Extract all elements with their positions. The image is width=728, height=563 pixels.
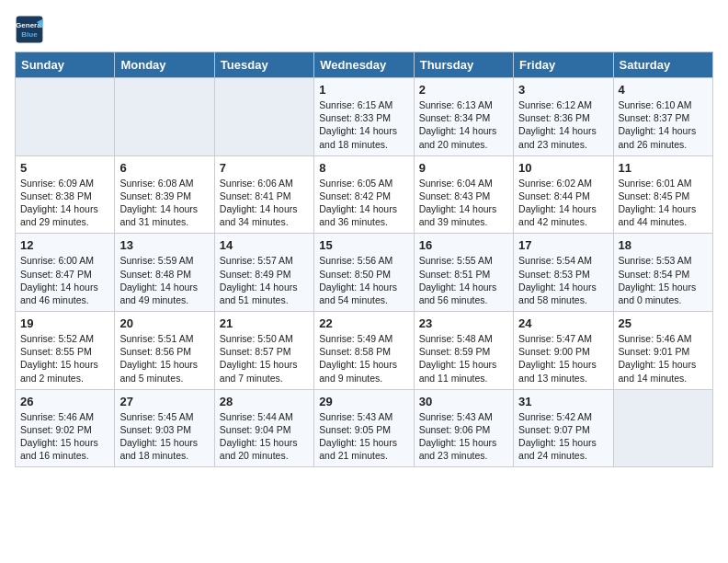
day-number: 10 bbox=[518, 161, 608, 175]
day-number: 2 bbox=[419, 83, 508, 97]
weekday-header: Tuesday bbox=[214, 52, 313, 78]
day-number: 21 bbox=[220, 316, 309, 330]
day-info: Sunrise: 5:46 AM Sunset: 9:01 PM Dayligh… bbox=[619, 332, 708, 385]
day-info: Sunrise: 6:00 AM Sunset: 8:47 PM Dayligh… bbox=[20, 254, 109, 306]
weekday-header: Friday bbox=[514, 52, 613, 78]
calendar-cell: 31Sunrise: 5:42 AM Sunset: 9:07 PM Dayli… bbox=[514, 389, 613, 467]
day-info: Sunrise: 6:12 AM Sunset: 8:36 PM Dayligh… bbox=[518, 98, 608, 151]
day-info: Sunrise: 6:15 AM Sunset: 8:33 PM Dayligh… bbox=[319, 98, 408, 151]
day-info: Sunrise: 6:08 AM Sunset: 8:39 PM Dayligh… bbox=[119, 177, 209, 229]
day-info: Sunrise: 5:49 AM Sunset: 8:58 PM Dayligh… bbox=[319, 332, 408, 385]
day-info: Sunrise: 6:04 AM Sunset: 8:43 PM Dayligh… bbox=[419, 177, 508, 229]
svg-text:Blue: Blue bbox=[21, 30, 38, 39]
calendar-header: SundayMondayTuesdayWednesdayThursdayFrid… bbox=[16, 52, 713, 78]
calendar-cell: 11Sunrise: 6:01 AM Sunset: 8:45 PM Dayli… bbox=[613, 155, 712, 234]
day-info: Sunrise: 5:59 AM Sunset: 8:48 PM Dayligh… bbox=[119, 254, 209, 306]
calendar-cell: 19Sunrise: 5:52 AM Sunset: 8:55 PM Dayli… bbox=[16, 312, 115, 390]
calendar-cell bbox=[613, 389, 712, 467]
weekday-header: Sunday bbox=[16, 52, 115, 78]
calendar-cell: 29Sunrise: 5:43 AM Sunset: 9:05 PM Dayli… bbox=[314, 389, 414, 467]
calendar-cell: 30Sunrise: 5:43 AM Sunset: 9:06 PM Dayli… bbox=[414, 389, 513, 467]
day-number: 24 bbox=[518, 316, 608, 330]
calendar-cell: 27Sunrise: 5:45 AM Sunset: 9:03 PM Dayli… bbox=[115, 389, 214, 467]
day-number: 8 bbox=[319, 161, 408, 175]
calendar-cell: 18Sunrise: 5:53 AM Sunset: 8:54 PM Dayli… bbox=[613, 234, 712, 312]
day-number: 28 bbox=[220, 395, 309, 408]
calendar-cell: 21Sunrise: 5:50 AM Sunset: 8:57 PM Dayli… bbox=[214, 312, 313, 390]
day-info: Sunrise: 5:43 AM Sunset: 9:05 PM Dayligh… bbox=[319, 410, 408, 463]
day-number: 16 bbox=[419, 238, 508, 252]
day-number: 29 bbox=[319, 395, 408, 408]
calendar-cell: 4Sunrise: 6:10 AM Sunset: 8:37 PM Daylig… bbox=[613, 78, 712, 156]
day-info: Sunrise: 6:09 AM Sunset: 8:38 PM Dayligh… bbox=[20, 177, 109, 229]
calendar-cell: 22Sunrise: 5:49 AM Sunset: 8:58 PM Dayli… bbox=[314, 312, 414, 390]
day-number: 9 bbox=[419, 161, 508, 175]
day-info: Sunrise: 5:53 AM Sunset: 8:54 PM Dayligh… bbox=[619, 254, 708, 306]
calendar-cell: 24Sunrise: 5:47 AM Sunset: 9:00 PM Dayli… bbox=[514, 312, 613, 390]
calendar-cell bbox=[16, 78, 115, 156]
day-number: 4 bbox=[619, 83, 708, 97]
day-number: 7 bbox=[220, 161, 309, 175]
day-info: Sunrise: 6:02 AM Sunset: 8:44 PM Dayligh… bbox=[518, 177, 608, 229]
calendar-cell: 26Sunrise: 5:46 AM Sunset: 9:02 PM Dayli… bbox=[16, 389, 115, 467]
weekday-header: Monday bbox=[115, 52, 214, 78]
calendar-cell: 14Sunrise: 5:57 AM Sunset: 8:49 PM Dayli… bbox=[214, 234, 313, 312]
day-number: 20 bbox=[119, 316, 209, 330]
calendar-cell: 15Sunrise: 5:56 AM Sunset: 8:50 PM Dayli… bbox=[314, 234, 414, 312]
day-info: Sunrise: 5:50 AM Sunset: 8:57 PM Dayligh… bbox=[220, 332, 309, 385]
calendar-cell bbox=[214, 78, 313, 156]
calendar-cell: 25Sunrise: 5:46 AM Sunset: 9:01 PM Dayli… bbox=[613, 312, 712, 390]
day-number: 30 bbox=[419, 395, 508, 408]
day-info: Sunrise: 5:45 AM Sunset: 9:03 PM Dayligh… bbox=[119, 410, 209, 463]
day-info: Sunrise: 6:13 AM Sunset: 8:34 PM Dayligh… bbox=[419, 98, 508, 151]
day-number: 19 bbox=[20, 316, 109, 330]
day-number: 15 bbox=[319, 238, 408, 252]
calendar-cell: 20Sunrise: 5:51 AM Sunset: 8:56 PM Dayli… bbox=[115, 312, 214, 390]
weekday-header: Saturday bbox=[613, 52, 712, 78]
day-number: 11 bbox=[619, 161, 708, 175]
day-info: Sunrise: 5:54 AM Sunset: 8:53 PM Dayligh… bbox=[518, 254, 608, 306]
day-number: 12 bbox=[20, 238, 109, 252]
day-info: Sunrise: 5:57 AM Sunset: 8:49 PM Dayligh… bbox=[220, 254, 309, 306]
weekday-header: Wednesday bbox=[314, 52, 414, 78]
logo: General Blue bbox=[15, 15, 48, 44]
day-number: 25 bbox=[619, 316, 708, 330]
day-info: Sunrise: 6:10 AM Sunset: 8:37 PM Dayligh… bbox=[619, 98, 708, 151]
day-info: Sunrise: 6:06 AM Sunset: 8:41 PM Dayligh… bbox=[220, 177, 309, 229]
day-info: Sunrise: 5:44 AM Sunset: 9:04 PM Dayligh… bbox=[220, 410, 309, 463]
day-info: Sunrise: 5:47 AM Sunset: 9:00 PM Dayligh… bbox=[518, 332, 608, 385]
day-number: 17 bbox=[518, 238, 608, 252]
day-info: Sunrise: 5:46 AM Sunset: 9:02 PM Dayligh… bbox=[20, 410, 109, 463]
day-number: 31 bbox=[518, 395, 608, 408]
calendar-cell: 5Sunrise: 6:09 AM Sunset: 8:38 PM Daylig… bbox=[16, 155, 115, 234]
calendar-cell: 17Sunrise: 5:54 AM Sunset: 8:53 PM Dayli… bbox=[514, 234, 613, 312]
calendar-cell: 3Sunrise: 6:12 AM Sunset: 8:36 PM Daylig… bbox=[514, 78, 613, 156]
weekday-header: Thursday bbox=[414, 52, 513, 78]
day-number: 22 bbox=[319, 316, 408, 330]
day-info: Sunrise: 5:56 AM Sunset: 8:50 PM Dayligh… bbox=[319, 254, 408, 306]
calendar-body: 1Sunrise: 6:15 AM Sunset: 8:33 PM Daylig… bbox=[16, 78, 713, 467]
calendar-cell: 10Sunrise: 6:02 AM Sunset: 8:44 PM Dayli… bbox=[514, 155, 613, 234]
day-number: 14 bbox=[220, 238, 309, 252]
calendar-cell: 16Sunrise: 5:55 AM Sunset: 8:51 PM Dayli… bbox=[414, 234, 513, 312]
day-info: Sunrise: 5:48 AM Sunset: 8:59 PM Dayligh… bbox=[419, 332, 508, 385]
day-info: Sunrise: 6:05 AM Sunset: 8:42 PM Dayligh… bbox=[319, 177, 408, 229]
calendar-cell: 23Sunrise: 5:48 AM Sunset: 8:59 PM Dayli… bbox=[414, 312, 513, 390]
day-number: 23 bbox=[419, 316, 508, 330]
day-info: Sunrise: 5:42 AM Sunset: 9:07 PM Dayligh… bbox=[518, 410, 608, 463]
day-number: 26 bbox=[20, 395, 109, 408]
day-number: 13 bbox=[119, 238, 209, 252]
calendar-table: SundayMondayTuesdayWednesdayThursdayFrid… bbox=[15, 52, 713, 467]
day-info: Sunrise: 5:43 AM Sunset: 9:06 PM Dayligh… bbox=[419, 410, 508, 463]
day-number: 6 bbox=[119, 161, 209, 175]
day-number: 27 bbox=[119, 395, 209, 408]
calendar-cell: 12Sunrise: 6:00 AM Sunset: 8:47 PM Dayli… bbox=[16, 234, 115, 312]
day-info: Sunrise: 5:51 AM Sunset: 8:56 PM Dayligh… bbox=[119, 332, 209, 385]
calendar-cell: 13Sunrise: 5:59 AM Sunset: 8:48 PM Dayli… bbox=[115, 234, 214, 312]
day-info: Sunrise: 6:01 AM Sunset: 8:45 PM Dayligh… bbox=[619, 177, 708, 229]
logo-icon: General Blue bbox=[15, 15, 44, 44]
calendar-cell: 6Sunrise: 6:08 AM Sunset: 8:39 PM Daylig… bbox=[115, 155, 214, 234]
calendar-cell: 1Sunrise: 6:15 AM Sunset: 8:33 PM Daylig… bbox=[314, 78, 414, 156]
day-number: 3 bbox=[518, 83, 608, 97]
day-number: 1 bbox=[319, 83, 408, 97]
